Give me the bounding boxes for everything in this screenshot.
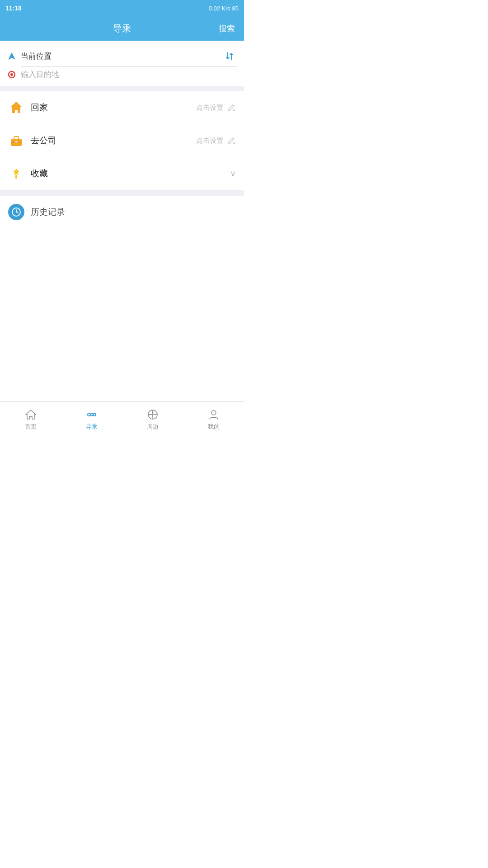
history-section: 历史记录 [0,196,244,228]
home-action: 点击设置 [196,103,236,112]
nav-home-icon [24,408,37,421]
nav-item-navigate[interactable]: 导乘 [61,406,122,431]
destination-icon [7,70,16,79]
location-divider [21,66,237,66]
nav-item-mine[interactable]: 我的 [183,406,244,431]
work-label: 去公司 [31,135,196,146]
svg-marker-0 [8,52,15,60]
search-area: 当前位置 输入目的地 [0,41,244,86]
svg-marker-3 [10,102,22,113]
svg-point-12 [88,413,90,416]
favorites-icon [8,165,24,182]
list-item-home[interactable]: 回家 点击设置 [0,91,244,124]
list-item-favorites[interactable]: 收藏 ∨ [0,157,244,190]
nav-item-nearby[interactable]: 周边 [122,406,183,431]
nav-home-label: 首页 [25,423,37,431]
svg-point-8 [233,142,235,144]
svg-point-2 [10,73,13,76]
svg-point-13 [93,413,96,416]
list-section: 回家 点击设置 去公司 点击设置 [0,91,244,190]
header: 导乘 搜索 [0,16,244,41]
current-location-row[interactable]: 当前位置 [7,49,237,63]
current-location-icon [7,52,16,61]
header-title: 导乘 [113,23,131,35]
nav-navigate-label: 导乘 [86,423,98,431]
favorites-chevron: ∨ [230,169,236,179]
nav-nearby-icon [146,408,159,421]
nav-mine-label: 我的 [208,423,220,431]
section-separator-1 [0,86,244,91]
current-location-text: 当前位置 [21,51,222,61]
work-edit-icon [227,136,236,145]
svg-point-18 [211,410,216,415]
bottom-nav: 首页 导乘 周边 [0,401,244,434]
svg-rect-9 [15,175,17,179]
work-action-text: 点击设置 [196,137,223,145]
work-icon [8,132,24,149]
home-edit-icon [227,103,236,112]
home-action-text: 点击设置 [196,104,223,112]
destination-placeholder: 输入目的地 [21,69,59,80]
search-button[interactable]: 搜索 [219,23,235,34]
nav-mine-icon [207,408,220,421]
swap-button[interactable] [222,49,237,63]
svg-marker-11 [26,410,36,419]
favorites-label: 收藏 [31,168,230,179]
status-network: 0.02 K/s [209,5,230,12]
history-label: 历史记录 [31,206,65,218]
work-action: 点击设置 [196,136,236,145]
home-label: 回家 [31,102,196,113]
chevron-down-icon: ∨ [230,169,236,179]
home-icon [8,99,24,116]
svg-point-4 [233,109,235,111]
status-time: 11:18 [5,5,22,12]
history-icon [8,204,24,220]
status-battery: 85 [232,5,239,12]
nav-navigate-icon [85,408,98,421]
destination-row[interactable]: 输入目的地 [7,69,237,80]
section-separator-2 [0,190,244,196]
status-right: 0.02 K/s 85 [209,5,239,12]
list-item-work[interactable]: 去公司 点击设置 [0,124,244,157]
nav-item-home[interactable]: 首页 [0,406,61,431]
status-bar: 11:18 0.02 K/s 85 [0,0,244,16]
nav-nearby-label: 周边 [147,423,159,431]
